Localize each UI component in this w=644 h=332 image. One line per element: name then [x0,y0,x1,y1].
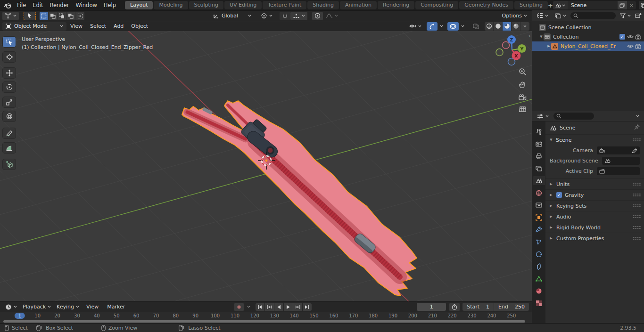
add-workspace-button[interactable]: + [548,2,553,9]
active-clip-field[interactable] [597,167,640,175]
shading-dropdown[interactable] [520,22,529,31]
workspace-tab[interactable]: Sculpting [189,1,223,9]
sidebar-collapse-icon[interactable]: ‹ [528,33,530,38]
panel-grip[interactable] [633,204,641,208]
disclosure-triangle[interactable]: ▶ [549,204,553,208]
tool-scale[interactable] [3,97,16,107]
properties-panel-header[interactable]: ▶ ✓ Custom Properties [545,233,644,243]
workspace-tab[interactable]: Layout [125,1,153,9]
tab-texture[interactable] [533,299,545,308]
view-layer-selector[interactable]: View Layer × [639,1,644,9]
workspace-tab[interactable]: Rendering [378,1,414,9]
properties-options-dropdown[interactable] [634,112,642,121]
timeline-editor-type-button[interactable] [3,303,19,311]
disclosure-triangle[interactable]: ▶ [549,215,553,219]
hide-eye-toggle[interactable] [626,44,634,49]
show-gizmo-toggle[interactable] [427,22,438,31]
outliner-row-zipper-object[interactable]: ▶ Nylon_Coil_Closed_End_Zipper_Red [532,41,644,51]
tool-measure[interactable] [3,143,16,153]
disclosure-triangle[interactable]: ▶ [549,226,553,229]
scene-icon[interactable] [553,1,568,9]
menu-edit[interactable]: Edit [29,0,46,10]
gizmo-axis-neg-y[interactable] [496,49,503,56]
timeline-view-menu[interactable]: View [83,304,102,310]
camera-field[interactable] [597,146,640,154]
viewport-menu-add[interactable]: Add [110,23,127,29]
workspace-tab[interactable]: Animation [340,1,377,9]
gizmo-axis-neg-x[interactable] [503,42,510,49]
shading-wireframe[interactable] [485,22,494,31]
gizmo-dropdown[interactable] [438,22,446,31]
scene-panel-header[interactable]: ▼ Scene [545,134,644,145]
jump-to-end-button[interactable] [303,303,312,311]
zoom-icon[interactable] [519,68,527,77]
next-keyframe-button[interactable] [293,303,302,311]
tool-cursor[interactable] [3,52,16,62]
disclosure-triangle[interactable]: ▶ [549,236,553,240]
keying-menu[interactable]: Keying [54,303,82,311]
pivot-point-dropdown[interactable] [258,12,275,20]
background-scene-field[interactable] [602,157,640,165]
overlays-dropdown[interactable] [459,22,467,31]
use-preview-range-button[interactable] [449,303,460,311]
eyedropper-icon[interactable] [632,148,637,154]
viewport-canvas[interactable]: User Perspective (1) Collection | Nylon_… [0,31,532,301]
shading-rendered[interactable] [512,22,520,31]
panel-grip[interactable] [633,236,641,240]
new-collection-button[interactable] [635,13,642,18]
xray-toggle[interactable] [471,22,482,31]
navigation-gizmo[interactable]: Z Y X [495,33,531,70]
panel-grip[interactable] [633,226,641,229]
menu-file[interactable]: File [14,0,29,10]
tab-view-layer[interactable] [533,164,545,173]
prev-keyframe-button[interactable] [265,303,274,311]
jump-to-start-button[interactable] [256,303,264,311]
properties-panel-header[interactable]: ▶ ✓ Rigid Body World [545,222,644,233]
pin-icon[interactable] [634,124,640,131]
disclosure-triangle[interactable]: ▶ [546,44,551,48]
workspace-tab[interactable]: Scripting [514,1,548,9]
tool-transform[interactable] [3,111,16,121]
active-tool-button[interactable] [24,12,36,20]
properties-panel-header[interactable]: ▶ ✓ Keying Sets [545,200,644,211]
scene-name[interactable]: Scene [568,2,618,8]
auto-keying-button[interactable] [234,303,244,311]
tab-output[interactable] [533,152,545,161]
properties-panel-header[interactable]: ▶ ✓ Units [545,178,644,189]
outliner-search-input[interactable] [570,12,616,19]
tool-rotate[interactable] [3,82,16,92]
proportional-editing-button[interactable] [312,12,323,20]
workspace-tab[interactable]: Shading [307,1,339,9]
select-mode-subtract[interactable] [58,12,66,20]
panel-grip[interactable] [633,215,641,219]
transform-orientation-dropdown[interactable]: Global [211,12,254,20]
falloff-dropdown[interactable] [323,12,340,20]
tool-move[interactable] [3,68,16,78]
menu-help[interactable]: Help [100,0,119,10]
camera-view-icon[interactable] [519,94,527,102]
tab-world[interactable] [533,188,545,197]
scrollbar-thumb[interactable] [3,320,525,323]
snap-target-dropdown[interactable] [290,12,307,20]
panel-grip[interactable] [633,182,641,186]
tab-physics[interactable] [533,250,545,259]
tab-object[interactable] [533,213,545,222]
object-visibility-dropdown[interactable] [407,22,424,31]
panel-grip[interactable] [633,138,641,142]
timeline-scrollbar[interactable] [0,320,532,323]
disclosure-triangle[interactable]: ▶ [549,182,553,186]
tool-annotate[interactable] [3,128,16,138]
workspace-tab[interactable]: Geometry Nodes [459,1,513,9]
disable-render-toggle[interactable] [634,44,642,49]
tab-scene[interactable] [533,176,545,185]
select-mode-intersect[interactable] [75,12,84,20]
disclosure-triangle[interactable]: ▼ [539,35,544,39]
editor-type-button[interactable] [2,12,19,20]
properties-search-input[interactable] [553,113,594,120]
workspace-tab[interactable]: UV Editing [224,1,262,9]
tab-constraints[interactable] [533,262,545,271]
timeline-marker-menu[interactable]: Marker [103,304,129,310]
tab-tool[interactable] [533,127,545,136]
show-overlays-toggle[interactable] [447,22,459,31]
disclosure-triangle[interactable]: ▶ [549,193,553,197]
